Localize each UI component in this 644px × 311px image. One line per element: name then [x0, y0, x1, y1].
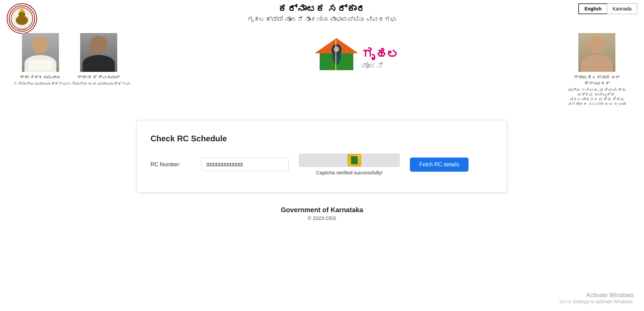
svg-text:ಗೃಹಲಕ್ಷ್ಮಿ: ಗೃಹಲಕ್ಷ್ಮಿ: [362, 47, 400, 61]
cm-photo: [22, 33, 59, 72]
svg-text:ಯೋಜನೆ: ಯೋಜನೆ: [361, 62, 384, 70]
windows-activation-notice: Activate Windows Go to Settings to activ…: [559, 292, 634, 304]
main-title: ಕರ್ನಾಟಕ ಸರ್ಕಾರ: [248, 3, 396, 15]
people-section: ಶ್ರೀ ಸಿದ್ದರಾಮಯ್ಯ ಸನ್ಮಾನ್ಯ ಮುಖ್ಯಮಂತ್ರಿಗಳು…: [0, 26, 644, 113]
gruhalakshmi-logo-svg: ಗೃಹಲಕ್ಷ್ಮಿ ಯೋಜನೆ: [293, 33, 400, 87]
svg-point-3: [19, 11, 25, 18]
page-title-area: ಕರ್ನಾಟಕ ಸರ್ಕಾರ ಗೃಹಲಕ್ಷ್ಮಿ ಯೋಜನೆ ನೋಂದಣಿಯ …: [248, 3, 396, 23]
dcm-name: ಶ್ರೀ ಡಿ ಕೆ ಶಿವಕುಮಾರ್: [67, 75, 130, 81]
language-switcher[interactable]: English Kannada: [578, 3, 637, 14]
captcha-container: Captcha verified successfully!: [299, 153, 400, 175]
main-form-card: Check RC Schedule RC Number: Captcha ver…: [137, 120, 507, 193]
gruhalakshmi-logo-area: ಗೃಹಲಕ್ಷ್ಮಿ ಯೋಜನೆ: [130, 33, 563, 87]
dcm-photo: [80, 33, 117, 72]
svg-text:ಕರ್ನಾಟಕ: ಕರ್ನಾಟಕ: [18, 29, 26, 31]
person-card-cm: ಶ್ರೀ ಸಿದ್ದರಾಮಯ್ಯ ಸನ್ಮಾನ್ಯ ಮುಖ್ಯಮಂತ್ರಿಗಳು: [13, 33, 67, 86]
minister-name: ಶ್ರೀಮತಿ ಲಕ್ಷ್ಮಿ ಆರ್ ಹೆಬ್ಬಾಳಕರ್: [563, 75, 631, 87]
rc-number-input[interactable]: [201, 158, 289, 171]
state-logo: ಕರ್ನಾಟಕ: [7, 3, 37, 34]
english-lang-button[interactable]: English: [578, 3, 607, 14]
captcha-fill: [299, 153, 354, 167]
fetch-rc-button[interactable]: Fetch RC details: [410, 158, 469, 172]
form-title: Check RC Schedule: [151, 134, 493, 143]
cm-name: ಶ್ರೀ ಸಿದ್ದರಾಮಯ್ಯ: [13, 75, 67, 81]
cm-role: ಸನ್ಮಾನ್ಯ ಮುಖ್ಯಮಂತ್ರಿಗಳು: [13, 82, 67, 86]
page-header: ಕರ್ನಾಟಕ ಕರ್ನಾಟಕ ಸರ್ಕಾರ ಗೃಹಲಕ್ಷ್ಮಿ ಯೋಜನೆ …: [0, 0, 644, 26]
svg-point-10: [334, 47, 339, 52]
footer-copyright: © 2023 CEG: [7, 215, 637, 221]
captcha-verified-text: Captcha verified successfully!: [316, 170, 383, 175]
minister-role: ಮಾನ್ಯ ಸಚಿವರು, ಮಹಿಳಾ ಮತ್ತು ಮಕ್ಕಳ ಅಭಿವೃದ್ಧ…: [563, 88, 631, 107]
windows-subtitle: Go to Settings to activate Windows.: [559, 299, 634, 304]
rc-label: RC Number:: [151, 162, 191, 168]
kannada-lang-button[interactable]: Kannada: [607, 3, 637, 14]
captcha-handle[interactable]: [348, 154, 361, 166]
page-footer: Government of Karnataka © 2023 CEG: [0, 199, 644, 228]
windows-title: Activate Windows: [559, 292, 634, 299]
dcm-role: ಸನ್ಮಾನ್ಯ ಉಪ ಮುಖ್ಯಮಂತ್ರಿಗಳು: [67, 82, 130, 86]
sub-title: ಗೃಹಲಕ್ಷ್ಮಿ ಯೋಜನೆ ನೋಂದಣಿಯ ವೇಳಾಪಟ್ಟಿಯ ವಿವರ…: [248, 16, 396, 23]
person-card-dcm: ಶ್ರೀ ಡಿ ಕೆ ಶಿವಕುಮಾರ್ ಸನ್ಮಾನ್ಯ ಉಪ ಮುಖ್ಯಮಂ…: [67, 33, 130, 86]
captcha-slider[interactable]: [299, 153, 400, 167]
form-row: RC Number: Captcha verified successfully…: [151, 153, 493, 175]
footer-title: Government of Karnataka: [7, 206, 637, 214]
captcha-handle-inner: [351, 156, 358, 164]
minister-photo: [578, 33, 615, 72]
person-card-minister: ಶ್ರೀಮತಿ ಲಕ್ಷ್ಮಿ ಆರ್ ಹೆಬ್ಬಾಳಕರ್ ಮಾನ್ಯ ಸಚಿ…: [563, 33, 631, 107]
